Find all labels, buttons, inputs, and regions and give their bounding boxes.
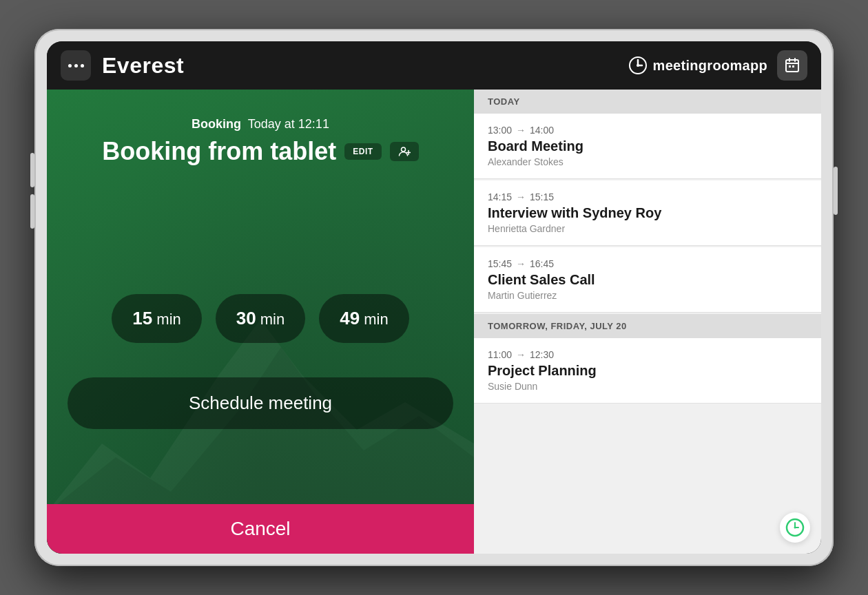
brand-icon	[628, 56, 648, 75]
add-person-icon	[398, 145, 411, 158]
event-organizer: Martin Gutierrez	[488, 290, 807, 301]
tomorrow-header: TOMORROW, FRIDAY, JULY 20	[474, 314, 821, 338]
event-name: Project Planning	[488, 363, 807, 379]
add-person-button[interactable]	[390, 142, 419, 161]
event-organizer: Alexander Stokes	[488, 156, 807, 167]
event-project-planning[interactable]: 11:00 → 12:30 Project Planning Susie Dun…	[474, 338, 821, 404]
svg-point-1	[637, 64, 639, 67]
duration-15-button[interactable]: 15 min	[112, 294, 201, 343]
duration-30-button[interactable]: 30 min	[216, 294, 305, 343]
brand-text: meetingroomapp	[653, 58, 767, 74]
brand-small-icon	[785, 518, 805, 537]
calendar-button[interactable]	[777, 50, 807, 81]
event-name: Interview with Sydney Roy	[488, 205, 807, 221]
svg-rect-6	[789, 65, 791, 67]
menu-button[interactable]	[61, 50, 91, 81]
room-name: Everest	[102, 53, 184, 79]
svg-point-8	[401, 147, 405, 152]
svg-point-12	[794, 527, 796, 529]
booking-title: Booking from tablet EDIT	[68, 137, 453, 166]
tablet: Everest meetingroomapp	[34, 29, 834, 566]
dots-icon	[68, 64, 84, 67]
cancel-button[interactable]: Cancel	[47, 504, 474, 554]
event-time: 15:45 → 16:45	[488, 258, 807, 269]
volume-down-button[interactable]	[30, 194, 34, 229]
power-button[interactable]	[834, 167, 838, 215]
schedule-meeting-button[interactable]: Schedule meeting	[68, 377, 453, 429]
header-left: Everest	[61, 50, 628, 81]
event-board-meeting[interactable]: 13:00 → 14:00 Board Meeting Alexander St…	[474, 114, 821, 179]
svg-rect-7	[792, 65, 794, 67]
today-section: TODAY 13:00 → 14:00 Board Meeting Alexan…	[474, 90, 821, 314]
today-header: TODAY	[474, 90, 821, 114]
event-time: 13:00 → 14:00	[488, 125, 807, 136]
main-content: Booking Today at 12:11 Booking from tabl…	[47, 90, 821, 554]
edit-button[interactable]: EDIT	[344, 143, 381, 160]
event-time: 14:15 → 15:15	[488, 191, 807, 202]
event-name: Board Meeting	[488, 138, 807, 154]
cancel-label: Cancel	[230, 518, 290, 540]
right-panel: TODAY 13:00 → 14:00 Board Meeting Alexan…	[474, 90, 821, 554]
booking-label: Booking Today at 12:11	[68, 117, 453, 132]
event-organizer: Henrietta Gardner	[488, 223, 807, 234]
duration-buttons: 15 min 30 min 49 min	[68, 294, 453, 343]
event-time: 11:00 → 12:30	[488, 349, 807, 360]
event-name: Client Sales Call	[488, 272, 807, 288]
header-right: meetingroomapp	[628, 50, 807, 81]
tomorrow-section: TOMORROW, FRIDAY, JULY 20 11:00 → 12:30 …	[474, 314, 821, 405]
event-client-sales[interactable]: 15:45 → 16:45 Client Sales Call Martin G…	[474, 247, 821, 313]
calendar-icon	[784, 57, 800, 74]
duration-49-button[interactable]: 49 min	[319, 294, 409, 343]
event-organizer: Susie Dunn	[488, 381, 807, 392]
tablet-screen: Everest meetingroomapp	[47, 41, 821, 554]
brand-logo-area: meetingroomapp	[628, 56, 767, 75]
header: Everest meetingroomapp	[47, 41, 821, 90]
left-panel: Booking Today at 12:11 Booking from tabl…	[47, 90, 474, 554]
event-interview[interactable]: 14:15 → 15:15 Interview with Sydney Roy …	[474, 180, 821, 246]
bottom-brand-logo	[780, 512, 810, 543]
left-content: Booking Today at 12:11 Booking from tabl…	[47, 90, 474, 504]
volume-up-button[interactable]	[30, 153, 34, 187]
action-area: 15 min 30 min 49 min Schedule meeting	[68, 177, 453, 504]
